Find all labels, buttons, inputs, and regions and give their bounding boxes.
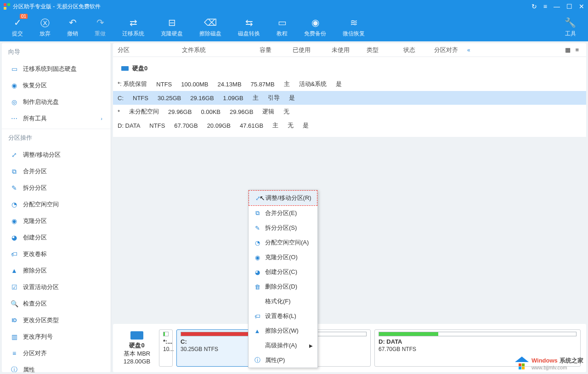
ctx-delete[interactable]: 🗑删除分区(D) bbox=[249, 279, 317, 294]
sidebar-item-recover[interactable]: ◉恢复分区 bbox=[2, 77, 111, 94]
ctx-advanced[interactable]: 高级操作(A)▶ bbox=[249, 338, 317, 353]
grid-view-icon[interactable]: ▦ bbox=[565, 46, 571, 53]
watermark: Windows 系统之家www.bjjmlv.com bbox=[515, 356, 583, 370]
globe-icon: ◉ bbox=[10, 82, 18, 89]
col-status[interactable]: 状态 bbox=[391, 46, 428, 54]
commit-button[interactable]: 01✓提交 bbox=[4, 13, 31, 41]
clock-icon: ◔ bbox=[253, 239, 261, 246]
col-capacity[interactable]: 容量 bbox=[237, 46, 276, 54]
clone-icon: ◉ bbox=[253, 254, 261, 261]
ctx-label[interactable]: 🏷设置卷标(L) bbox=[249, 309, 317, 323]
sidebar-item-merge[interactable]: ⧉合并分区 bbox=[2, 163, 111, 180]
wipe-disk-button[interactable]: ⌫擦除磁盘 bbox=[191, 13, 230, 41]
col-align[interactable]: 分区对齐 bbox=[428, 46, 464, 54]
col-partition[interactable]: 分区 bbox=[113, 46, 177, 54]
col-type[interactable]: 类型 bbox=[354, 46, 391, 54]
merge-icon: ⧉ bbox=[253, 210, 261, 217]
sidebar-item-changetype[interactable]: ID更改分区类型 bbox=[2, 312, 111, 329]
chevron-right-icon: › bbox=[101, 116, 102, 121]
refresh-icon[interactable]: ↻ bbox=[531, 3, 537, 10]
check-icon: ☑ bbox=[10, 283, 18, 291]
sidebar-item-migrate-ssd[interactable]: ▭迁移系统到固态硬盘 bbox=[2, 61, 111, 77]
col-used[interactable]: 已使用 bbox=[276, 46, 315, 54]
disk-icon: ▭ bbox=[10, 65, 18, 73]
sidebar-item-wipe[interactable]: ▲擦除分区 bbox=[2, 262, 111, 279]
collapse-icon[interactable]: « bbox=[467, 47, 470, 53]
close-icon[interactable]: ✕ bbox=[579, 3, 584, 10]
col-free[interactable]: 未使用 bbox=[315, 46, 354, 54]
sidebar-item-alltools[interactable]: ⋯所有工具› bbox=[2, 110, 111, 127]
ctx-split[interactable]: ✎拆分分区(S) bbox=[249, 221, 317, 235]
ctx-merge[interactable]: ⧉合并分区(E) bbox=[249, 206, 317, 221]
sidebar-item-serial[interactable]: ▥更改序列号 bbox=[2, 329, 111, 345]
ctx-props[interactable]: ⓘ属性(P) bbox=[249, 353, 317, 368]
sidebar-item-check[interactable]: 🔍检查分区 bbox=[2, 295, 111, 312]
clock-icon: ◔ bbox=[10, 201, 18, 208]
disk-icon bbox=[121, 66, 129, 71]
sidebar-item-allocate[interactable]: ◔分配空闲空间 bbox=[2, 196, 111, 213]
ctx-format: 格式化(F) bbox=[249, 294, 317, 309]
sidebar-header-ops: 分区操作 bbox=[2, 129, 111, 147]
table-row[interactable]: *未分配空间29.96GB0.00KB29.96GB逻辑无 bbox=[113, 105, 586, 119]
tutorial-button[interactable]: ▭教程 bbox=[268, 13, 296, 41]
sidebar-item-props[interactable]: ⓘ属性 bbox=[2, 362, 111, 372]
table-row-selected[interactable]: C:NTFS30.25GB29.16GB1.09GB主引导是 bbox=[113, 91, 586, 105]
merge-icon: ⧉ bbox=[10, 168, 18, 176]
ctx-allocate[interactable]: ◔分配空闲空间(A) bbox=[249, 235, 317, 250]
sidebar-item-active[interactable]: ☑设置活动分区 bbox=[2, 279, 111, 295]
wipe-icon: ▲ bbox=[253, 328, 261, 334]
submenu-arrow-icon: ▶ bbox=[309, 343, 313, 348]
info-icon: ⓘ bbox=[10, 366, 18, 372]
split-icon: ✎ bbox=[253, 225, 261, 232]
sidebar-item-label[interactable]: 🏷更改卷标 bbox=[2, 246, 111, 262]
window-title: 分区助手专业版 - 无损分区免费软件 bbox=[13, 3, 101, 11]
titlebar: 分区助手专业版 - 无损分区免费软件 ↻ ≡ — ☐ ✕ bbox=[0, 0, 588, 13]
map-partition-reserved[interactable]: *:...10... bbox=[159, 329, 173, 367]
menu-icon[interactable]: ≡ bbox=[543, 3, 547, 10]
dots-icon: ⋯ bbox=[10, 115, 18, 122]
clone-disk-button[interactable]: ⊟克隆硬盘 bbox=[153, 13, 191, 41]
tools-button[interactable]: 🔧工具 bbox=[556, 13, 584, 41]
convert-disk-button[interactable]: ⇆磁盘转换 bbox=[230, 13, 268, 41]
sidebar-item-clone[interactable]: ◉克隆分区 bbox=[2, 213, 111, 229]
resize-icon: ⤢ bbox=[10, 151, 18, 159]
discard-button[interactable]: ⓧ放弃 bbox=[31, 13, 59, 41]
tag-icon: 🏷 bbox=[253, 313, 261, 320]
redo-button[interactable]: ↷重做 bbox=[86, 13, 114, 41]
search-icon: 🔍 bbox=[10, 300, 18, 307]
maximize-icon[interactable]: ☐ bbox=[566, 3, 572, 10]
disk-icon bbox=[130, 331, 143, 340]
list-view-icon[interactable]: ≡ bbox=[575, 46, 579, 53]
create-icon: ◕ bbox=[10, 234, 18, 241]
sidebar-item-create[interactable]: ◕创建分区 bbox=[2, 229, 111, 246]
disk-map-header[interactable]: 硬盘0 基本 MBR 128.00GB bbox=[119, 329, 155, 367]
sidebar-item-resize[interactable]: ⤢调整/移动分区 bbox=[2, 147, 111, 163]
create-icon: ◕ bbox=[253, 269, 261, 276]
col-fs[interactable]: 文件系统 bbox=[177, 46, 237, 54]
disk-header[interactable]: 硬盘0 bbox=[113, 60, 586, 77]
app-logo-icon bbox=[4, 3, 10, 10]
cursor-icon: ↖ bbox=[260, 194, 265, 202]
backup-button[interactable]: ◉免费备份 bbox=[296, 13, 334, 41]
ctx-resize[interactable]: ⤢调整/移动分区(R) bbox=[249, 190, 317, 206]
disc-icon: ◎ bbox=[10, 98, 18, 106]
barcode-icon: ▥ bbox=[10, 333, 18, 340]
undo-button[interactable]: ↶撤销 bbox=[59, 13, 86, 41]
id-icon: ID bbox=[10, 317, 18, 323]
wechat-button[interactable]: ≋微信恢复 bbox=[334, 13, 373, 41]
sidebar-item-split[interactable]: ✎拆分分区 bbox=[2, 180, 111, 196]
table-row[interactable]: D: DATANTFS67.70GB20.09GB47.61GB主无是 bbox=[113, 119, 586, 132]
minimize-icon[interactable]: — bbox=[554, 3, 560, 10]
ctx-wipe[interactable]: ▲擦除分区(W) bbox=[249, 323, 317, 338]
table-row[interactable]: *: 系统保留NTFS100.00MB24.13MB75.87MB主活动&系统是 bbox=[113, 77, 586, 91]
trash-icon: 🗑 bbox=[253, 283, 261, 290]
house-icon bbox=[515, 357, 529, 369]
commit-badge: 01 bbox=[20, 14, 28, 19]
partition-table: 硬盘0 *: 系统保留NTFS100.00MB24.13MB75.87MB主活动… bbox=[113, 57, 586, 137]
sidebar-header-wizard: 向导 bbox=[2, 43, 111, 61]
migrate-button[interactable]: ⇄迁移系统 bbox=[114, 13, 153, 41]
ctx-create[interactable]: ◕创建分区(C) bbox=[249, 265, 317, 279]
ctx-clone[interactable]: ◉克隆分区(O) bbox=[249, 250, 317, 265]
sidebar-item-bootdisc[interactable]: ◎制作启动光盘 bbox=[2, 94, 111, 110]
sidebar-item-align[interactable]: ≡分区对齐 bbox=[2, 345, 111, 362]
